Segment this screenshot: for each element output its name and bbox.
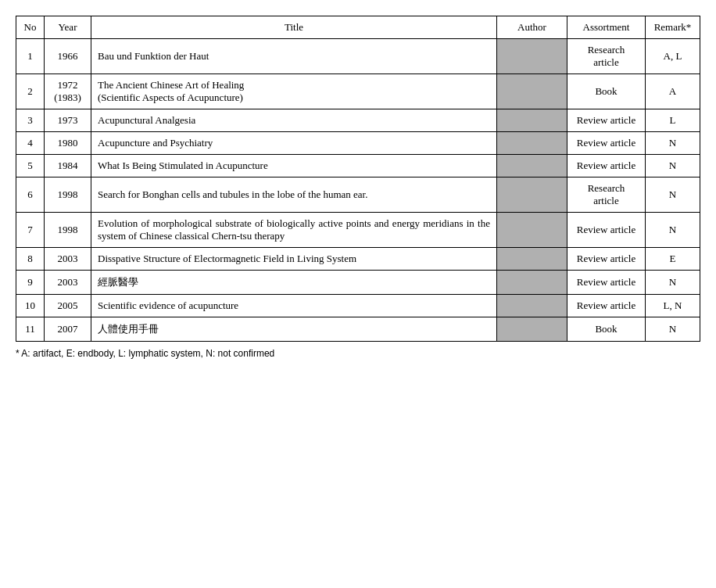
- cell-title: The Ancient Chinese Art of Healing(Scien…: [91, 74, 497, 109]
- main-table: No Year Title Author Assortment Remark* …: [16, 16, 700, 342]
- header-no: No: [16, 16, 45, 39]
- cell-remark: N: [646, 317, 700, 342]
- cell-no: 4: [16, 132, 45, 155]
- header-title: Title: [91, 16, 497, 39]
- table-row: 71998Evolution of morphological substrat…: [16, 213, 700, 248]
- table-row: 61998Search for Bonghan cells and tubule…: [16, 177, 700, 213]
- table-row: 31973Acupunctural AnalgesiaReview articl…: [16, 109, 700, 132]
- cell-assortment: Review article: [567, 271, 646, 295]
- table-row: 11966Bau und Funktion der HautResearch a…: [16, 39, 700, 74]
- cell-title: Search for Bonghan cells and tubules in …: [91, 177, 497, 213]
- cell-remark: N: [646, 271, 700, 295]
- cell-no: 6: [16, 177, 45, 213]
- cell-author: [497, 248, 567, 271]
- cell-author: [497, 109, 567, 132]
- cell-no: 1: [16, 39, 45, 74]
- table-row: 92003經脈醫學Review articleN: [16, 271, 700, 295]
- cell-remark: L: [646, 109, 700, 132]
- table-container: No Year Title Author Assortment Remark* …: [16, 16, 700, 359]
- cell-year: 2003: [45, 248, 91, 271]
- cell-year: 1972(1983): [45, 74, 91, 109]
- cell-no: 9: [16, 271, 45, 295]
- cell-remark: A: [646, 74, 700, 109]
- header-year: Year: [45, 16, 91, 39]
- cell-title: Disspative Structure of Electormagnetic …: [91, 248, 497, 271]
- cell-no: 2: [16, 74, 45, 109]
- header-author: Author: [497, 16, 567, 39]
- cell-year: 1966: [45, 39, 91, 74]
- cell-title: 人體使用手冊: [91, 317, 497, 342]
- cell-remark: E: [646, 248, 700, 271]
- cell-year: 2003: [45, 271, 91, 295]
- cell-remark: N: [646, 155, 700, 177]
- table-row: 82003Disspative Structure of Electormagn…: [16, 248, 700, 271]
- cell-year: 1973: [45, 109, 91, 132]
- cell-assortment: Book: [567, 317, 646, 342]
- cell-author: [497, 155, 567, 177]
- cell-title: Scientific evidence of acupuncture: [91, 295, 497, 317]
- cell-remark: A, L: [646, 39, 700, 74]
- cell-no: 3: [16, 109, 45, 132]
- cell-no: 5: [16, 155, 45, 177]
- cell-title: Evolution of morphological substrate of …: [91, 213, 497, 248]
- cell-year: 2007: [45, 317, 91, 342]
- cell-title: Bau und Funktion der Haut: [91, 39, 497, 74]
- table-row: 51984What Is Being Stimulated in Acupunc…: [16, 155, 700, 177]
- cell-author: [497, 317, 567, 342]
- cell-year: 1984: [45, 155, 91, 177]
- cell-title: Acupuncture and Psychiatry: [91, 132, 497, 155]
- cell-year: 2005: [45, 295, 91, 317]
- table-row: 21972(1983)The Ancient Chinese Art of He…: [16, 74, 700, 109]
- table-row: 112007人體使用手冊BookN: [16, 317, 700, 342]
- cell-author: [497, 74, 567, 109]
- cell-assortment: Research article: [567, 39, 646, 74]
- cell-no: 8: [16, 248, 45, 271]
- cell-assortment: Review article: [567, 132, 646, 155]
- cell-author: [497, 132, 567, 155]
- cell-assortment: Review article: [567, 248, 646, 271]
- cell-title: Acupunctural Analgesia: [91, 109, 497, 132]
- cell-no: 7: [16, 213, 45, 248]
- cell-year: 1998: [45, 213, 91, 248]
- cell-no: 10: [16, 295, 45, 317]
- table-row: 102005Scientific evidence of acupuncture…: [16, 295, 700, 317]
- cell-assortment: Review article: [567, 155, 646, 177]
- cell-title: What Is Being Stimulated in Acupuncture: [91, 155, 497, 177]
- cell-no: 11: [16, 317, 45, 342]
- cell-year: 1980: [45, 132, 91, 155]
- cell-assortment: Review article: [567, 213, 646, 248]
- table-row: 41980Acupuncture and PsychiatryReview ar…: [16, 132, 700, 155]
- cell-remark: N: [646, 177, 700, 213]
- cell-assortment: Review article: [567, 295, 646, 317]
- cell-author: [497, 271, 567, 295]
- footnote: * A: artifact, E: endbody, L: lymphatic …: [16, 348, 700, 359]
- cell-author: [497, 213, 567, 248]
- cell-remark: N: [646, 213, 700, 248]
- cell-assortment: Book: [567, 74, 646, 109]
- header-remark: Remark*: [646, 16, 700, 39]
- cell-assortment: Research article: [567, 177, 646, 213]
- cell-author: [497, 39, 567, 74]
- cell-year: 1998: [45, 177, 91, 213]
- cell-author: [497, 295, 567, 317]
- cell-remark: L, N: [646, 295, 700, 317]
- cell-author: [497, 177, 567, 213]
- header-assortment: Assortment: [567, 16, 646, 39]
- cell-remark: N: [646, 132, 700, 155]
- cell-assortment: Review article: [567, 109, 646, 132]
- cell-title: 經脈醫學: [91, 271, 497, 295]
